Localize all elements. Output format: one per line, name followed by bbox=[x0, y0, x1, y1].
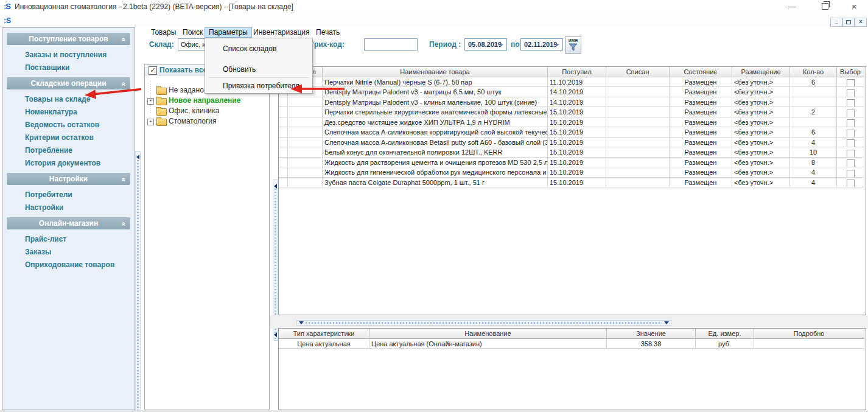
table-row[interactable]: Перчатки стерильные хирургические анатом… bbox=[279, 107, 866, 117]
col-unit[interactable]: Ед. измер. bbox=[696, 329, 754, 339]
sidebar-section-header[interactable]: Онлайн-магазин « bbox=[7, 217, 130, 229]
select-checkbox[interactable] bbox=[847, 139, 855, 147]
sidebar-section-header[interactable]: Поступление товаров « bbox=[7, 33, 130, 45]
tree-node-label: Стоматология bbox=[169, 116, 217, 127]
sidebar-item-suppliers[interactable]: Поставщики bbox=[2, 61, 135, 74]
sidebar-section-header[interactable]: Настройки « bbox=[7, 173, 130, 185]
collapse-down-icon[interactable] bbox=[664, 321, 669, 324]
restore-button[interactable] bbox=[822, 3, 828, 10]
mdi-minimize-button[interactable]: _ bbox=[830, 18, 842, 27]
col-state[interactable]: Состояние bbox=[670, 67, 732, 77]
select-checkbox[interactable] bbox=[847, 150, 855, 158]
select-checkbox[interactable] bbox=[847, 170, 855, 178]
menu-search[interactable]: Поиск bbox=[179, 27, 206, 38]
sidebar-item-settings[interactable]: Настройки bbox=[2, 201, 135, 214]
sidebar-item-orders-receipts[interactable]: Заказы и поступления bbox=[2, 49, 135, 61]
col-select[interactable]: Выбор bbox=[837, 67, 864, 77]
show-all-checkbox[interactable]: ✓ bbox=[149, 66, 157, 75]
folder-icon bbox=[156, 88, 167, 95]
table-row[interactable]: Зубная паста Colgate Duraphat 5000ppm, 1… bbox=[279, 178, 866, 188]
sidebar-splitter[interactable] bbox=[135, 151, 141, 412]
table-row[interactable]: Dentsply Матрицы Palodent v3 - клинья ма… bbox=[279, 97, 866, 108]
period-between-label: по bbox=[511, 40, 520, 49]
sidebar-item-orders[interactable]: Заказы bbox=[2, 246, 135, 259]
sidebar-item-stock-criteria[interactable]: Критерии остатков bbox=[2, 131, 135, 144]
quantity bbox=[790, 117, 837, 128]
col-placement[interactable]: Размещение bbox=[732, 67, 790, 77]
menu-item-refresh[interactable]: Обновить bbox=[206, 63, 312, 76]
table-row[interactable]: Дез.средство чистящее жидкое ХИП УЛЬТРА … bbox=[279, 117, 866, 128]
collapse-chevron-icon[interactable]: « bbox=[118, 82, 130, 86]
collapse-chevron-icon[interactable]: « bbox=[118, 38, 130, 42]
table-row[interactable]: Слепочная масса А-силиконовая Betasil pu… bbox=[279, 138, 866, 148]
state: Размещен bbox=[670, 167, 732, 178]
period-from-datepicker[interactable]: 05.08.2019 bbox=[464, 38, 507, 51]
close-button[interactable]: × bbox=[844, 0, 864, 13]
tree-body: Не задано + Новое направление Офис, клин… bbox=[145, 76, 269, 410]
received-date: 14.10.2019 bbox=[548, 87, 606, 97]
select-checkbox[interactable] bbox=[847, 130, 855, 138]
menu-inventory[interactable]: Инвентаризация bbox=[250, 27, 313, 38]
col-name[interactable]: Наименование bbox=[369, 329, 607, 339]
collapse-down-icon[interactable] bbox=[299, 321, 304, 324]
col-characteristic-type[interactable]: Тип характеристики bbox=[279, 329, 369, 339]
barcode-input[interactable] bbox=[364, 38, 418, 51]
collapse-chevron-icon[interactable]: « bbox=[118, 222, 130, 226]
table-row[interactable]: Dentsply Матрицы Palodent v3 - матрицы 6… bbox=[279, 87, 866, 97]
select-checkbox[interactable] bbox=[847, 119, 855, 127]
menu-item-warehouse-list[interactable]: Список складов bbox=[206, 42, 312, 55]
col-written-off[interactable]: Списан bbox=[606, 67, 670, 77]
sidebar-item-price-list[interactable]: Прайс-лист bbox=[2, 233, 135, 246]
table-row[interactable]: Белый конус для окончательной полировки … bbox=[279, 147, 866, 158]
placement: <без уточн.> bbox=[732, 147, 790, 158]
col-value[interactable]: Значение bbox=[607, 329, 696, 339]
col-received[interactable]: Поступил bbox=[548, 67, 606, 77]
col-name[interactable]: Наименование товара bbox=[323, 67, 548, 77]
expand-plus-icon[interactable]: + bbox=[147, 98, 154, 105]
sidebar-item-goods-in-stock[interactable]: Товары на складе bbox=[2, 93, 135, 106]
period-to-datepicker[interactable]: 02.11.2019 bbox=[520, 38, 563, 51]
table-row[interactable]: Перчатки Nitrile (Manual) чёрные S (6-7)… bbox=[279, 77, 866, 88]
select-checkbox[interactable] bbox=[847, 79, 855, 87]
minimize-button[interactable]: — bbox=[782, 0, 802, 13]
collapse-left-icon[interactable] bbox=[274, 332, 277, 337]
col-details[interactable]: Подробно bbox=[754, 329, 864, 339]
select-checkbox[interactable] bbox=[847, 159, 855, 167]
filter-by-name-button[interactable]: ИМЯ bbox=[565, 37, 581, 54]
sidebar-section-header[interactable]: Складские операции « bbox=[7, 77, 130, 89]
collapse-left-icon[interactable] bbox=[274, 184, 277, 189]
table-row[interactable]: Слепочная масса А-силиконовая корригирую… bbox=[279, 127, 866, 138]
mdi-close-button[interactable]: × bbox=[855, 18, 867, 27]
menu-print[interactable]: Печать bbox=[312, 27, 343, 38]
characteristic-type: Цена актуальная bbox=[279, 339, 369, 349]
select-checkbox[interactable] bbox=[847, 99, 855, 107]
menu-goods[interactable]: Товары bbox=[147, 27, 180, 38]
section-title: Настройки bbox=[49, 175, 88, 183]
menu-parameters[interactable]: Параметры bbox=[205, 27, 252, 38]
details-row[interactable]: Цена актуальная Цена актуальная (Онлайн-… bbox=[279, 339, 866, 349]
chevron-down-icon[interactable] bbox=[499, 44, 503, 46]
sidebar-item-consumption[interactable]: Потребление bbox=[2, 144, 135, 157]
placement: <без уточн.> bbox=[732, 158, 790, 168]
sidebar-item-consumers[interactable]: Потребители bbox=[2, 189, 135, 201]
select-checkbox[interactable] bbox=[847, 89, 855, 97]
menu-item-consumer-binding[interactable]: Привязка потребителя bbox=[206, 79, 312, 93]
collapse-chevron-icon[interactable]: « bbox=[118, 178, 130, 182]
table-row[interactable]: Жидкость для гигиенической обработки рук… bbox=[279, 167, 866, 178]
details-splitter-scrollbar[interactable] bbox=[296, 320, 671, 326]
sidebar-item-goods-posting[interactable]: Оприходование товаров bbox=[2, 259, 135, 271]
select-checkbox[interactable] bbox=[847, 180, 855, 187]
table-row[interactable]: Жидкость для растворения цемента и очище… bbox=[279, 158, 866, 168]
col-qty[interactable]: Кол-во bbox=[790, 67, 837, 77]
expand-plus-icon[interactable]: + bbox=[147, 119, 154, 125]
sidebar-item-document-history[interactable]: История документов bbox=[2, 157, 135, 170]
sidebar-item-stock-statement[interactable]: Ведомость остатков bbox=[2, 119, 135, 131]
collapse-left-icon[interactable] bbox=[136, 155, 139, 159]
mdi-restore-button[interactable] bbox=[842, 18, 855, 27]
sidebar-item-nomenclature[interactable]: Номенклатура bbox=[2, 106, 135, 119]
quantity: 4 bbox=[790, 167, 837, 178]
folder-icon bbox=[156, 119, 167, 126]
select-checkbox[interactable] bbox=[847, 110, 855, 117]
state: Размещен bbox=[670, 138, 732, 148]
chevron-down-icon[interactable] bbox=[555, 44, 559, 46]
